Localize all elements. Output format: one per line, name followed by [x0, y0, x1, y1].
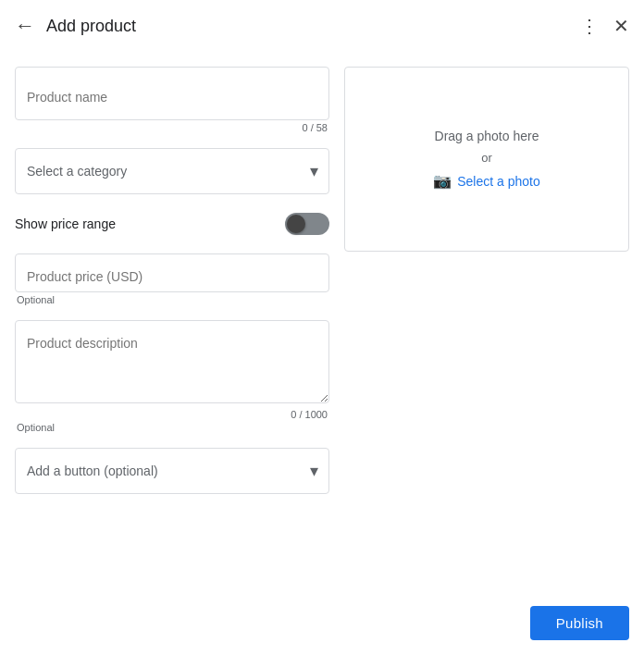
add-button-select[interactable]: Add a button (optional) — [15, 448, 329, 494]
footer: Publish — [515, 591, 644, 655]
product-description-wrapper: 0 / 1000 Optional — [15, 320, 329, 433]
product-name-input[interactable] — [15, 67, 329, 120]
right-column: Drag a photo here or 📷 Select a photo — [344, 67, 629, 494]
header-actions: ⋮ ✕ — [580, 15, 629, 37]
publish-button[interactable]: Publish — [530, 606, 629, 640]
more-options-icon[interactable]: ⋮ — [580, 15, 599, 37]
show-price-range-row: Show price range — [15, 209, 329, 239]
back-button[interactable]: ← — [15, 14, 35, 38]
page-title: Add product — [46, 17, 580, 36]
show-price-range-label: Show price range — [15, 216, 116, 231]
product-description-char-count: 0 / 1000 — [15, 409, 329, 420]
header: ← Add product ⋮ ✕ — [0, 0, 644, 52]
left-column: 0 / 58 Select a category ▾ Show price ra… — [15, 67, 329, 494]
product-name-wrapper: 0 / 58 — [15, 67, 329, 133]
toggle-track — [285, 213, 329, 235]
product-price-optional: Optional — [15, 294, 329, 305]
product-price-wrapper: Optional — [15, 253, 329, 305]
select-photo-button[interactable]: 📷 Select a photo — [433, 172, 540, 190]
select-photo-label: Select a photo — [457, 174, 540, 189]
or-text: or — [481, 151, 492, 165]
photo-upload-area[interactable]: Drag a photo here or 📷 Select a photo — [344, 67, 629, 252]
main-content: 0 / 58 Select a category ▾ Show price ra… — [0, 52, 644, 509]
product-name-char-count: 0 / 58 — [15, 122, 329, 133]
camera-icon: 📷 — [433, 172, 452, 190]
drag-photo-text: Drag a photo here — [435, 129, 539, 143]
product-price-input[interactable] — [15, 253, 329, 292]
product-description-textarea[interactable] — [15, 320, 329, 403]
category-select-wrapper: Select a category ▾ — [15, 148, 329, 194]
close-icon[interactable]: ✕ — [613, 15, 629, 37]
toggle-thumb — [287, 215, 305, 233]
category-select[interactable]: Select a category — [15, 148, 329, 194]
product-description-optional: Optional — [15, 422, 329, 433]
show-price-range-toggle[interactable] — [285, 213, 329, 235]
add-button-select-wrapper: Add a button (optional) ▾ — [15, 448, 329, 494]
